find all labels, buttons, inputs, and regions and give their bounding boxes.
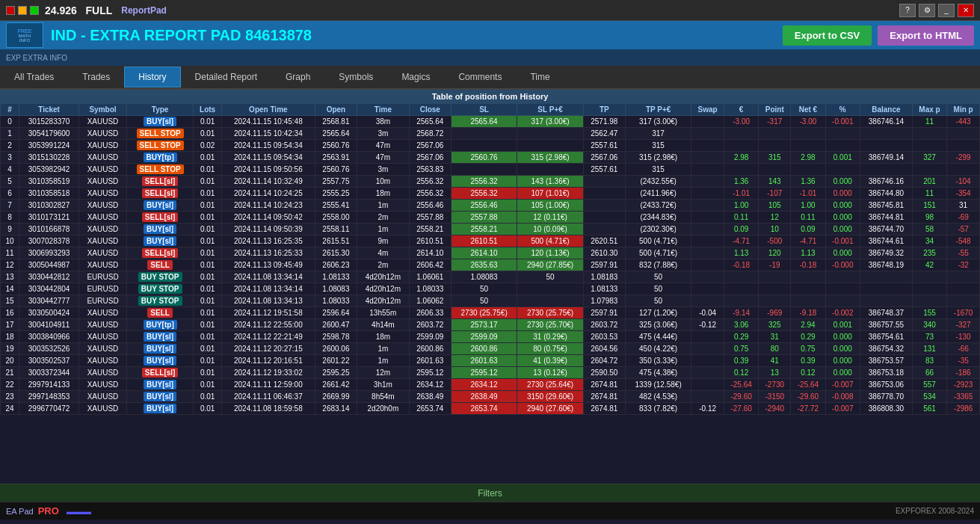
table-row[interactable]: 113006993293XAUUSDSELL[sl]0.012024.11.13… xyxy=(1,247,980,259)
cell-type: SELL[sl] xyxy=(126,367,194,379)
cell-time: 4h14m xyxy=(357,319,409,331)
cell-open-time: 2024.11.14 09:50:39 xyxy=(221,224,315,235)
export-html-button[interactable]: Export to HTML xyxy=(878,25,974,46)
table-row[interactable]: 43053982942XAUUSDSELL STOP0.012024.11.15… xyxy=(1,164,980,176)
cell-sl-pe xyxy=(517,283,583,295)
cell-type: SELL STOP xyxy=(126,128,194,140)
col-header-open-time: Open Time xyxy=(221,104,315,116)
cell-tp-pe: 833 (7.82€) xyxy=(625,403,691,415)
cell-symbol: EURUSD xyxy=(79,271,127,283)
table-row[interactable]: 03015283370XAUUSDBUY[sl]0.012024.11.15 1… xyxy=(1,116,980,128)
cell-maxp: 201 xyxy=(912,176,946,188)
cell-id: 23 xyxy=(1,391,19,403)
cell-lots: 0.01 xyxy=(194,379,221,391)
minimize-button[interactable]: _ xyxy=(938,4,955,17)
cell-minp xyxy=(947,128,980,140)
cell-pct: -0.008 xyxy=(825,391,860,403)
table-row[interactable]: 13054179600XAUUSDSELL STOP0.012024.11.15… xyxy=(1,128,980,140)
cell-sl: 2573.17 xyxy=(451,319,517,331)
cell-id: 4 xyxy=(1,164,19,176)
settings-button[interactable]: ⚙ xyxy=(919,4,935,17)
table-row[interactable]: 23053991224XAUUSDSELL STOP0.022024.11.15… xyxy=(1,140,980,152)
cell-open-time: 2024.11.15 10:45:48 xyxy=(221,116,315,128)
cell-symbol: XAUUSD xyxy=(79,140,127,152)
help-button[interactable]: ? xyxy=(899,4,916,17)
cell-open-time: 2024.11.13 09:45:49 xyxy=(221,259,315,271)
table-row[interactable]: 103007028378XAUUSDBUY[sl]0.012024.11.13 … xyxy=(1,235,980,247)
cell-pct xyxy=(825,164,860,176)
table-row[interactable]: 213003372344XAUUSDSELL[sl]0.012024.11.12… xyxy=(1,367,980,379)
table-row[interactable]: 242996770472XAUUSDBUY[sl]0.012024.11.08 … xyxy=(1,403,980,415)
cell-minp: -186 xyxy=(947,367,980,379)
cell-open-time: 2024.11.08 13:34:14 xyxy=(221,283,315,295)
table-header-row: #TicketSymbolTypeLotsOpen TimeOpenTimeCl… xyxy=(1,104,980,116)
table-row[interactable]: 143030442804EURUSDBUY STOP0.012024.11.08… xyxy=(1,283,980,295)
title-icons xyxy=(6,6,39,15)
nav-tab-symbols[interactable]: Symbols xyxy=(324,67,387,87)
nav-tab-graph[interactable]: Graph xyxy=(271,67,324,87)
cell-open-time: 2024.11.11 12:59:00 xyxy=(221,379,315,391)
cell-id: 21 xyxy=(1,367,19,379)
cell-ticket: 3053991224 xyxy=(19,140,78,152)
nav-tab-history[interactable]: History xyxy=(124,67,180,87)
cell-net xyxy=(791,164,825,176)
cell-net xyxy=(791,283,825,295)
cell-type: BUY[tp] xyxy=(126,319,194,331)
cell-point xyxy=(759,295,791,307)
cell-ticket: 3015130228 xyxy=(19,152,78,164)
table-row[interactable]: 63010358518XAUUSDSELL[sl]0.012024.11.14 … xyxy=(1,188,980,200)
table-row[interactable]: 222997914133XAUUSDBUY[sl]0.012024.11.11 … xyxy=(1,379,980,391)
table-row[interactable]: 93010166878XAUUSDBUY[sl]0.012024.11.14 0… xyxy=(1,224,980,235)
cell-symbol: XAUUSD xyxy=(79,164,127,176)
nav-tab-comments[interactable]: Comments xyxy=(444,67,516,87)
cell-open-time: 2024.11.11 06:46:37 xyxy=(221,391,315,403)
table-row[interactable]: 83010173121XAUUSDSELL[sl]0.012024.11.14 … xyxy=(1,212,980,224)
cell-open: 2558.00 xyxy=(315,212,357,224)
table-row[interactable]: 193003532526XAUUSDBUY[sl]0.012024.11.12 … xyxy=(1,343,980,355)
export-csv-button[interactable]: Export to CSV xyxy=(783,25,872,46)
cell-balance: 386749.14 xyxy=(860,152,912,164)
close-button[interactable]: ✕ xyxy=(958,4,974,17)
cell-time: 47m xyxy=(357,152,409,164)
table-row[interactable]: 133030442812EURUSDBUY STOP0.012024.11.08… xyxy=(1,271,980,283)
cell-open: 2558.11 xyxy=(315,224,357,235)
table-row[interactable]: 73010302827XAUUSDBUY[sl]0.012024.11.14 1… xyxy=(1,200,980,212)
cell-balance: 386754.32 xyxy=(860,343,912,355)
cell-minp: -299 xyxy=(947,152,980,164)
cell-swap xyxy=(691,176,724,188)
table-row[interactable]: 173004104911XAUUSDBUY[tp]0.012024.11.12 … xyxy=(1,319,980,331)
cell-ticket: 3006993293 xyxy=(19,247,78,259)
cell-ticket: 3010358519 xyxy=(19,176,78,188)
nav-tab-trades[interactable]: Trades xyxy=(68,67,124,87)
cell-net xyxy=(791,271,825,283)
filters-bar[interactable]: Filters xyxy=(0,484,980,502)
cell-lots: 0.01 xyxy=(194,355,221,367)
col-header-lots: Lots xyxy=(194,104,221,116)
table-row[interactable]: 232997148353XAUUSDBUY[sl]0.012024.11.11 … xyxy=(1,391,980,403)
cell-sl: 2556.46 xyxy=(451,200,517,212)
nav-tab-detailed-report[interactable]: Detailed Report xyxy=(181,67,271,87)
table-row[interactable]: 123005044987XAUUSDSELL0.012024.11.13 09:… xyxy=(1,259,980,271)
icon2 xyxy=(18,6,27,15)
cell-open-time: 2024.11.13 16:25:33 xyxy=(221,247,315,259)
table-row[interactable]: 203003502537XAUUSDBUY[sl]0.012024.11.12 … xyxy=(1,355,980,367)
nav-tab-all-trades[interactable]: All Trades xyxy=(0,67,68,87)
table-row[interactable]: 53010358519XAUUSDSELL[sl]0.012024.11.14 … xyxy=(1,176,980,188)
cell-tp-pe: 500 (4.71€) xyxy=(625,247,691,259)
col-header-net-: Net € xyxy=(791,104,825,116)
icon3 xyxy=(30,6,39,15)
cell-minp: -32 xyxy=(947,259,980,271)
cell-eur: -27.60 xyxy=(724,403,758,415)
cell-close: 2606.42 xyxy=(409,259,451,271)
table-row[interactable]: 183003840966XAUUSDBUY[sl]0.012024.11.12 … xyxy=(1,331,980,343)
cell-lots: 0.01 xyxy=(194,367,221,379)
cell-point: -2940 xyxy=(759,403,791,415)
cell-pct: 0.001 xyxy=(825,319,860,331)
table-row[interactable]: 153030442777EURUSDBUY STOP0.012024.11.08… xyxy=(1,295,980,307)
cell-ticket: 3010358518 xyxy=(19,188,78,200)
table-row[interactable]: 33015130228XAUUSDBUY[tp]0.012024.11.15 0… xyxy=(1,152,980,164)
nav-tab-time[interactable]: Time xyxy=(516,67,564,87)
nav-tab-magics[interactable]: Magics xyxy=(387,67,444,87)
cell-ticket: 3030442812 xyxy=(19,271,78,283)
table-row[interactable]: 163030500424XAUUSDSELL0.012024.11.12 19:… xyxy=(1,307,980,319)
